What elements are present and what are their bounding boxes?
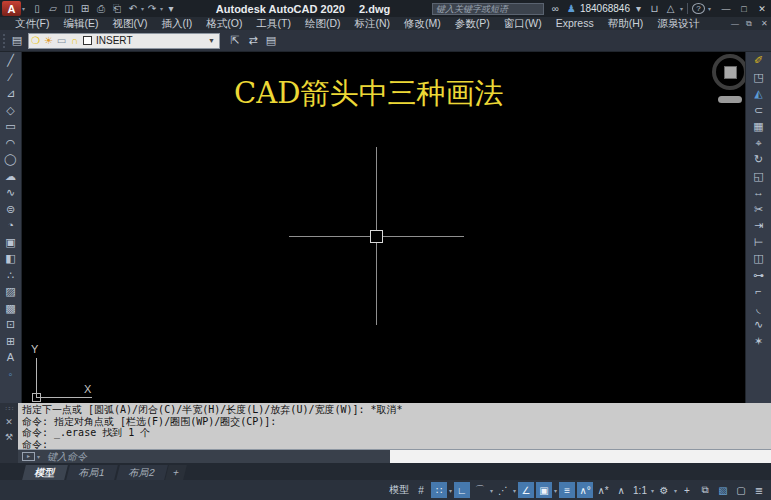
undo-icon[interactable]: ↶ <box>125 3 141 14</box>
menu-parametric[interactable]: 参数(P) <box>448 17 497 31</box>
add-layout-button[interactable]: + <box>165 465 187 480</box>
save-icon[interactable]: ◫ <box>61 3 77 14</box>
region-tool-icon[interactable]: ⊡ <box>0 316 21 333</box>
erase-tool-icon[interactable]: ✐ <box>746 52 771 69</box>
multiple-points-tool-icon[interactable]: ◦ <box>0 366 21 383</box>
application-menu-button[interactable]: A <box>2 1 21 16</box>
join-tool-icon[interactable]: ⊶ <box>746 267 771 284</box>
object-snap-icon-caret[interactable]: ▾ <box>554 487 557 494</box>
break-at-point-tool-icon[interactable]: ⊢ <box>746 234 771 251</box>
point-tool-icon[interactable]: ∴ <box>0 267 21 284</box>
annotation-scale-value-caret[interactable]: ▾ <box>651 487 654 494</box>
search-icon[interactable]: ∞ <box>549 3 562 14</box>
scale-tool-icon[interactable]: ◱ <box>746 168 771 185</box>
array-tool-icon[interactable]: ▦ <box>746 118 771 135</box>
menu-express[interactable]: Express <box>549 17 601 31</box>
qat-menu-icon[interactable]: ▾ <box>163 3 179 14</box>
circle-tool-icon[interactable]: ◯ <box>0 151 21 168</box>
layer-properties-icon[interactable]: ▤ <box>8 34 26 47</box>
stretch-tool-icon[interactable]: ↔ <box>746 184 771 201</box>
snap-mode-icon-caret[interactable]: ▾ <box>449 487 452 494</box>
open-icon[interactable]: ▱ <box>45 3 61 14</box>
command-dock-grip[interactable]: ∷∷ <box>6 405 13 413</box>
qnew-icon[interactable]: ▯ <box>29 3 45 14</box>
make-block-tool-icon[interactable]: ◧ <box>0 250 21 267</box>
recent-commands-icon[interactable]: ▸ <box>22 452 35 461</box>
rectangle-tool-icon[interactable]: ▭ <box>0 118 21 135</box>
mtext-tool-icon[interactable]: A <box>0 349 21 366</box>
fillet-tool-icon[interactable]: ◟ <box>746 300 771 317</box>
revision-cloud-tool-icon[interactable]: ☁ <box>0 168 21 185</box>
command-close-icon[interactable]: ✕ <box>5 417 13 427</box>
mirror-tool-icon[interactable]: ◭ <box>746 85 771 102</box>
grid-icon[interactable]: # <box>413 482 429 498</box>
menu-insert[interactable]: 插入(I) <box>154 17 199 31</box>
quick-properties-icon[interactable]: ⧉ <box>697 482 713 498</box>
tab-layout1[interactable]: 布局1 <box>66 465 117 480</box>
menu-format[interactable]: 格式(O) <box>199 17 249 31</box>
construction-line-tool-icon[interactable]: ∕ <box>0 69 21 86</box>
menu-help[interactable]: 帮助(H) <box>601 17 651 31</box>
table-tool-icon[interactable]: ⊞ <box>0 333 21 350</box>
sign-in-icon[interactable]: ♟ <box>565 3 578 14</box>
layer-select-dropdown[interactable]: ❍☀▭∩ INSERT ▼ <box>28 33 220 49</box>
layer-on-icon[interactable]: ❍ <box>29 35 42 46</box>
redo-icon[interactable]: ↷ <box>144 3 160 14</box>
menu-file[interactable]: 文件(F) <box>8 17 56 31</box>
help-icon-caret[interactable]: ▾ <box>708 5 711 12</box>
saveas-icon[interactable]: ⊞ <box>77 3 93 14</box>
layer-unlock-icon[interactable]: ∩ <box>68 35 81 46</box>
extend-tool-icon[interactable]: ⇥ <box>746 217 771 234</box>
account-caret-icon[interactable]: ▾ <box>632 3 645 14</box>
polygon-tool-icon[interactable]: ◇ <box>0 102 21 119</box>
copy-tool-icon[interactable]: ◳ <box>746 69 771 86</box>
annotation-scale-icon[interactable]: ∧ <box>613 482 629 498</box>
lineweight-icon[interactable]: ≡ <box>559 482 575 498</box>
autodesk-app-icon[interactable]: △ <box>664 3 677 14</box>
customization-menu-icon[interactable]: ≣ <box>751 482 767 498</box>
recent-commands-caret-icon[interactable]: ▾ <box>37 453 40 460</box>
isometric-drafting-icon-caret[interactable]: ▾ <box>513 487 516 494</box>
make-object-layer-current-icon[interactable]: ⇱ <box>226 34 244 47</box>
help-icon[interactable]: ? <box>692 3 705 14</box>
print-icon[interactable]: ⎗ <box>109 3 125 15</box>
layer-dropdown-caret-icon[interactable]: ▼ <box>208 37 219 44</box>
mdi-minimize-button[interactable]: — <box>724 19 739 29</box>
command-customize-wrench-icon[interactable]: ⚒ <box>5 432 13 442</box>
gradient-tool-icon[interactable]: ▩ <box>0 300 21 317</box>
layer-viewport-freeze-icon[interactable]: ▭ <box>55 35 68 46</box>
autodesk-app-icon-caret[interactable]: ▾ <box>680 5 683 12</box>
arc-tool-icon[interactable]: ◠ <box>0 135 21 152</box>
command-input-field[interactable]: ▸ ▾ 键入命令 <box>18 450 390 463</box>
tab-model[interactable]: 模型 <box>22 465 68 480</box>
object-snap-icon[interactable]: ▣ <box>536 482 552 498</box>
toolbar-grip[interactable] <box>3 34 6 48</box>
help-search-input[interactable] <box>432 3 544 15</box>
menu-yuanquan[interactable]: 源泉设计 <box>650 17 706 31</box>
command-history[interactable]: 指定下一点或 [圆弧(A)/闭合(C)/半宽(H)/长度(L)/放弃(U)/宽度… <box>18 403 771 449</box>
layer-color-swatch[interactable] <box>83 36 92 45</box>
workspace-switching-icon[interactable]: ⚙ <box>656 482 672 498</box>
annotation-scale-value[interactable]: 1:1 <box>631 482 649 498</box>
mdi-restore-button[interactable]: ⧉ <box>739 19 754 29</box>
menu-window[interactable]: 窗口(W) <box>497 17 549 31</box>
line-tool-icon[interactable]: ╱ <box>0 52 21 69</box>
annotation-autoscale-icon[interactable]: ∧* <box>595 482 611 498</box>
move-tool-icon[interactable]: ⌖ <box>746 135 771 152</box>
insert-block-tool-icon[interactable]: ▣ <box>0 234 21 251</box>
polar-tracking-icon-caret[interactable]: ▾ <box>490 487 493 494</box>
isometric-drafting-icon[interactable]: ⋰ <box>495 482 511 498</box>
ortho-mode-icon[interactable]: ∟ <box>454 482 470 498</box>
application-menu-caret-icon[interactable]: ▾ <box>22 5 25 12</box>
layer-freeze-icon[interactable]: ☀ <box>42 35 55 46</box>
spline-tool-icon[interactable]: ∿ <box>0 184 21 201</box>
blend-curves-tool-icon[interactable]: ∿ <box>746 316 771 333</box>
plot-icon[interactable]: ⎙ <box>93 3 109 15</box>
explode-tool-icon[interactable]: ✶ <box>746 333 771 350</box>
menu-tools[interactable]: 工具(T) <box>250 17 298 31</box>
menu-view[interactable]: 视图(V) <box>105 17 154 31</box>
graphics-performance-icon[interactable]: ▧ <box>715 482 731 498</box>
mdi-close-button[interactable]: ✕ <box>754 19 769 29</box>
workspace-switching-icon-caret[interactable]: ▾ <box>674 487 677 494</box>
menu-draw[interactable]: 绘图(D) <box>298 17 348 31</box>
